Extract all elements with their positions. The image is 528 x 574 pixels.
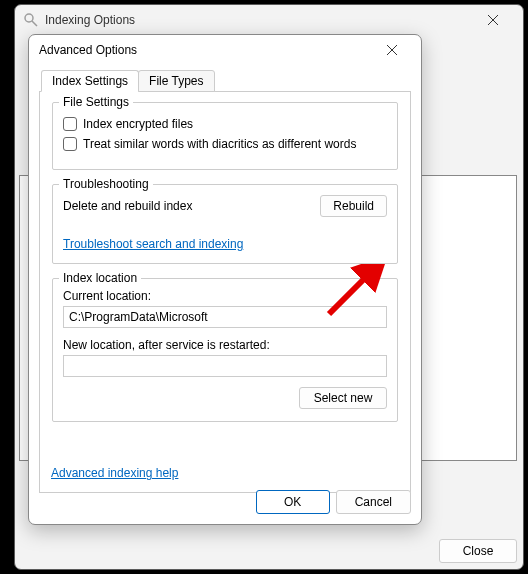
diacritics-checkbox[interactable] (63, 137, 77, 151)
tab-index-settings[interactable]: Index Settings (41, 70, 139, 92)
tab-strip: Index Settings File Types (41, 70, 413, 92)
index-location-legend: Index location (59, 271, 141, 285)
new-location-field[interactable] (63, 355, 387, 377)
select-new-button[interactable]: Select new (299, 387, 387, 409)
cancel-button-label: Cancel (355, 495, 392, 509)
index-encrypted-row: Index encrypted files (63, 117, 387, 131)
advanced-indexing-help-link[interactable]: Advanced indexing help (51, 466, 178, 480)
outer-close-dialog-button[interactable]: Close (439, 539, 517, 563)
inner-title: Advanced Options (39, 43, 373, 57)
advanced-options-dialog: Advanced Options Index Settings File Typ… (28, 34, 422, 525)
select-new-button-label: Select new (314, 391, 373, 405)
rebuild-button[interactable]: Rebuild (320, 195, 387, 217)
diacritics-row: Treat similar words with diacritics as d… (63, 137, 387, 151)
inner-close-button[interactable] (373, 37, 411, 63)
troubleshooting-group: Troubleshooting Delete and rebuild index… (52, 184, 398, 264)
svg-line-1 (32, 21, 37, 26)
tab-file-types-label: File Types (149, 74, 203, 88)
tab-panel: File Settings Index encrypted files Trea… (39, 91, 411, 493)
tab-file-types[interactable]: File Types (138, 70, 214, 92)
troubleshoot-link[interactable]: Troubleshoot search and indexing (63, 237, 243, 251)
outer-close-dialog-label: Close (463, 544, 494, 558)
rebuild-button-label: Rebuild (333, 199, 374, 213)
current-location-field[interactable] (63, 306, 387, 328)
outer-titlebar: Indexing Options (15, 5, 523, 35)
current-location-label: Current location: (63, 289, 387, 303)
outer-window-title: Indexing Options (45, 13, 471, 27)
troubleshooting-legend: Troubleshooting (59, 177, 153, 191)
index-encrypted-label: Index encrypted files (83, 117, 193, 131)
index-encrypted-checkbox[interactable] (63, 117, 77, 131)
new-location-label: New location, after service is restarted… (63, 338, 387, 352)
svg-point-0 (25, 14, 33, 22)
ok-button[interactable]: OK (256, 490, 330, 514)
delete-rebuild-text: Delete and rebuild index (63, 199, 192, 213)
file-settings-legend: File Settings (59, 95, 133, 109)
ok-button-label: OK (284, 495, 301, 509)
cancel-button[interactable]: Cancel (336, 490, 411, 514)
search-options-icon (23, 12, 39, 28)
tab-index-settings-label: Index Settings (52, 74, 128, 88)
inner-titlebar: Advanced Options (29, 35, 421, 65)
outer-close-button[interactable] (471, 6, 515, 34)
index-location-group: Index location Current location: New loc… (52, 278, 398, 422)
file-settings-group: File Settings Index encrypted files Trea… (52, 102, 398, 170)
diacritics-label: Treat similar words with diacritics as d… (83, 137, 356, 151)
